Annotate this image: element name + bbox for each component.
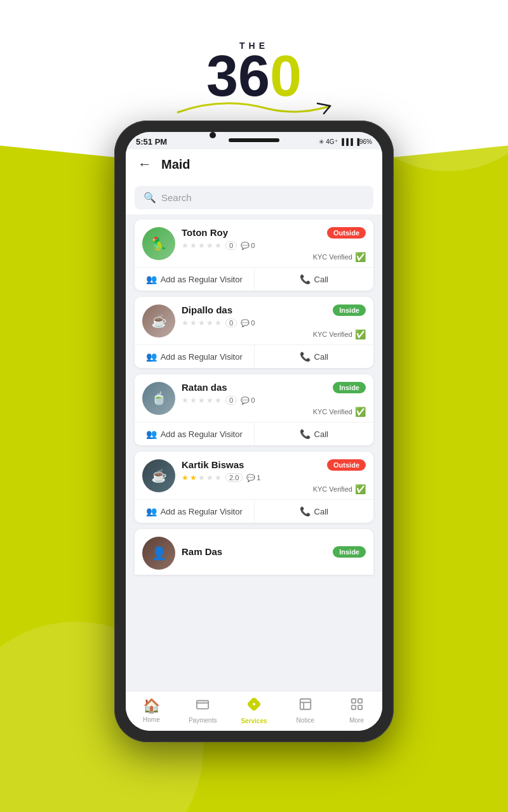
visitor-card-5-partial: 👤 Ram Das Inside [135, 529, 373, 575]
star-2-4: ★ [206, 318, 213, 327]
services-label: Services [241, 717, 267, 724]
call-button-2[interactable]: 📞 Call [255, 345, 374, 368]
add-person-icon-2: 👥 [146, 351, 157, 362]
status-badge-1: Outside [327, 227, 366, 239]
avatar-4: ☕ [142, 459, 175, 492]
add-visitor-button-4[interactable]: 👥 Add as Regular Visitor [135, 500, 255, 523]
visitor-name-5: Ram Das [182, 546, 222, 557]
avatar-icon-5: 👤 [142, 537, 175, 570]
comment-icon-2: 💬 [241, 319, 250, 327]
avatar-icon-3: 🍵 [142, 382, 175, 415]
add-visitor-button-2[interactable]: 👥 Add as Regular Visitor [135, 345, 255, 368]
card-actions-4: 👥 Add as Regular Visitor 📞 Call [135, 499, 373, 523]
card-info-4: Kartik Biswas Outside ★ ★ ★ ★ ★ [182, 459, 366, 494]
card-actions-1: 👥 Add as Regular Visitor 📞 Call [135, 267, 373, 291]
visitor-name-4: Kartik Biswas [182, 459, 244, 470]
card-name-row-1: Toton Roy Outside [182, 227, 366, 239]
visitor-card-3: 🍵 Ratan das Inside ★ ★ ★ [135, 374, 373, 445]
status-time: 5:51 PM [136, 137, 167, 147]
stars-1: ★ ★ ★ ★ ★ [182, 241, 222, 250]
nav-item-notice[interactable]: Notice [279, 697, 331, 724]
search-icon: 🔍 [144, 192, 156, 204]
comment-count-1: 💬 0 [241, 242, 255, 250]
svg-rect-4 [351, 699, 355, 703]
wifi-icon: ▐▐▐ [340, 138, 353, 145]
search-box[interactable]: 🔍 Search [135, 186, 373, 209]
call-button-3[interactable]: 📞 Call [255, 422, 374, 445]
add-person-icon-4: 👥 [146, 506, 157, 516]
kyc-check-2: ✅ [355, 329, 366, 339]
stars-2: ★ ★ ★ ★ ★ [182, 318, 222, 327]
rating-count-3: 0 [225, 396, 237, 405]
avatar-2: ☕ [142, 304, 175, 337]
content-scroll: 🦜 Toton Roy Outside ★ ★ ★ [126, 214, 382, 691]
star-3-2: ★ [190, 396, 197, 405]
add-visitor-button-3[interactable]: 👥 Add as Regular Visitor [135, 422, 255, 445]
nav-item-services[interactable]: Services [229, 697, 280, 724]
avatar-icon-1: 🦜 [142, 227, 175, 260]
more-label: More [349, 717, 364, 724]
payments-label: Payments [189, 717, 217, 724]
home-label: Home [143, 716, 160, 723]
visitor-card-4: ☕ Kartik Biswas Outside ★ ★ [135, 452, 373, 523]
card-top-4: ☕ Kartik Biswas Outside ★ ★ [135, 452, 373, 499]
svg-rect-0 [197, 701, 208, 709]
card-top-2: ☕ Dipallo das Inside ★ ★ ★ [135, 297, 373, 344]
logo-zero: 0 [270, 48, 302, 105]
search-input[interactable]: Search [161, 192, 192, 203]
call-button-4[interactable]: 📞 Call [255, 500, 374, 523]
call-button-1[interactable]: 📞 Call [255, 268, 374, 291]
add-visitor-label-4: Add as Regular Visitor [161, 507, 243, 516]
avatar-5: 👤 [142, 537, 175, 570]
star-4-3: ★ [198, 473, 205, 482]
nav-item-more[interactable]: More [331, 697, 382, 724]
rating-row-1: ★ ★ ★ ★ ★ 0 💬 0 [182, 241, 366, 250]
status-badge-3: Inside [333, 382, 366, 393]
star-1-3: ★ [198, 241, 205, 250]
comment-num-4: 1 [257, 474, 260, 481]
avatar-1: 🦜 [142, 227, 175, 260]
star-1-5: ★ [215, 241, 222, 250]
phone-camera [210, 132, 216, 138]
signal-icon: 4G⁺ [326, 138, 337, 145]
add-visitor-button-1[interactable]: 👥 Add as Regular Visitor [135, 268, 255, 291]
star-4-2: ★ [190, 473, 197, 482]
logo-swoosh [171, 100, 337, 117]
back-arrow-icon: ← [138, 156, 152, 173]
bluetooth-icon: ✳ [319, 138, 324, 145]
svg-rect-1 [300, 699, 311, 710]
add-visitor-label-3: Add as Regular Visitor [161, 429, 243, 439]
add-visitor-label-1: Add as Regular Visitor [161, 275, 243, 284]
back-button[interactable]: ← [136, 155, 154, 173]
phone-outer: 5:51 PM ✳ 4G⁺ ▐▐▐ ▐96% ← Maid 🔍 [114, 121, 394, 742]
search-container: 🔍 Search [126, 181, 382, 214]
page-title: Maid [161, 157, 190, 172]
visitor-name-1: Toton Roy [182, 227, 228, 238]
rating-row-4: ★ ★ ★ ★ ★ 2.0 💬 1 [182, 473, 366, 482]
star-4-5: ★ [215, 473, 222, 482]
nav-item-home[interactable]: 🏠 Home [126, 698, 177, 723]
notice-icon [298, 697, 312, 715]
bottom-nav: 🏠 Home Payments [126, 691, 382, 731]
kyc-text-4: KYC Verified [313, 485, 352, 493]
card-name-row-3: Ratan das Inside [182, 382, 366, 393]
add-person-icon-3: 👥 [146, 429, 157, 439]
app-header: ← Maid [126, 149, 382, 181]
svg-rect-6 [351, 705, 355, 709]
phone-icon-4: 📞 [300, 506, 311, 516]
star-2-5: ★ [215, 318, 222, 327]
kyc-row-2: KYC Verified ✅ [182, 329, 366, 339]
comment-count-2: 💬 0 [241, 319, 255, 327]
visitor-name-2: Dipallo das [182, 304, 232, 315]
status-badge-4: Outside [327, 459, 366, 471]
comment-num-3: 0 [251, 396, 255, 404]
comment-num-2: 0 [251, 319, 255, 327]
logo-360: 36 0 [206, 48, 302, 105]
star-2-1: ★ [182, 318, 189, 327]
nav-item-payments[interactable]: Payments [177, 697, 229, 724]
status-icons: ✳ 4G⁺ ▐▐▐ ▐96% [319, 138, 372, 145]
rating-row-2: ★ ★ ★ ★ ★ 0 💬 0 [182, 318, 366, 327]
rating-row-3: ★ ★ ★ ★ ★ 0 💬 0 [182, 396, 366, 405]
kyc-check-3: ✅ [355, 407, 366, 417]
services-icon [246, 697, 262, 716]
